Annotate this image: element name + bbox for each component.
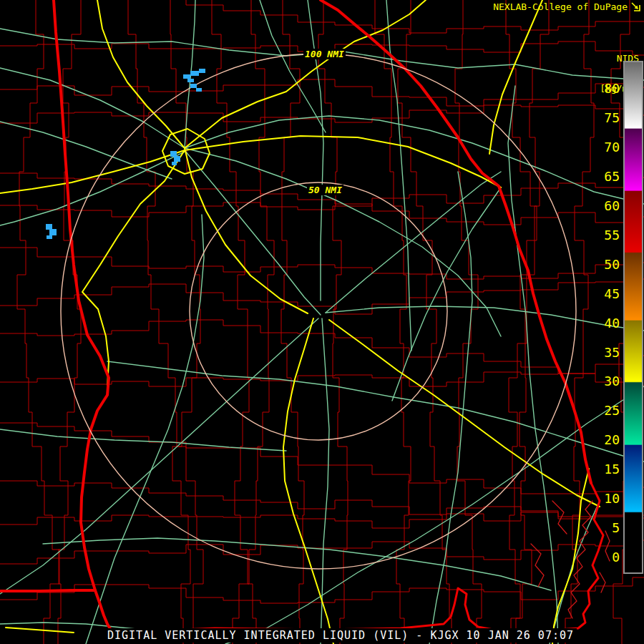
range-ring: [61, 54, 576, 569]
precip-echo: [47, 235, 52, 239]
precip-echo: [187, 79, 194, 82]
se-arrow-to-corner-icon: [630, 1, 641, 12]
precip-echo: [190, 71, 199, 76]
colorbar-gradient: [625, 62, 642, 572]
colorbar-tick: 60: [604, 199, 620, 213]
colorbar-tick: 70: [604, 140, 620, 155]
colorbar-tick: 20: [604, 433, 620, 447]
colorbar-tick: 45: [604, 287, 620, 301]
precip-echo: [190, 84, 197, 88]
colorbar: [623, 61, 643, 574]
precip-echo: [46, 224, 52, 230]
colorbar-tick: 65: [604, 170, 620, 184]
colorbar-tick: 40: [604, 316, 620, 331]
precip-echo: [174, 156, 180, 162]
range-ring-label-100nmi: 100 NMI: [303, 49, 346, 59]
colorbar-tick: 35: [604, 346, 620, 360]
colorbar-tick: 15: [604, 462, 620, 477]
precip-echo: [170, 151, 177, 157]
colorbar-tick: 80: [604, 82, 620, 96]
colorbar-tick: 10: [604, 492, 620, 506]
brand-text: NEXLAB-College of DuPage: [493, 1, 628, 12]
precip-echo: [183, 74, 190, 79]
range-ring-label-50nmi: 50 NMI: [307, 185, 343, 195]
range-ring: [190, 182, 447, 440]
precip-echo: [196, 88, 202, 92]
colorbar-tick: 30: [604, 374, 620, 389]
precip-echo: [199, 69, 205, 73]
precip-echo: [172, 162, 177, 165]
product-title: DIGITAL VERTICALLY INTEGRATED LIQUID (VI…: [104, 628, 577, 643]
colorbar-tick: 55: [604, 228, 620, 243]
map-canvas: [0, 0, 644, 644]
colorbar-tick: 50: [604, 258, 620, 272]
precip-echo: [49, 229, 57, 235]
colorbar-tick: 5: [612, 521, 620, 535]
radar-display: 100 NMI 50 NMI NEXLAB-College of DuPage …: [0, 0, 644, 644]
colorbar-tick: 0: [612, 550, 620, 565]
brand-stamp: NEXLAB-College of DuPage: [493, 1, 641, 12]
colorbar-tick: 25: [604, 404, 620, 418]
colorbar-tick: 75: [604, 111, 620, 125]
